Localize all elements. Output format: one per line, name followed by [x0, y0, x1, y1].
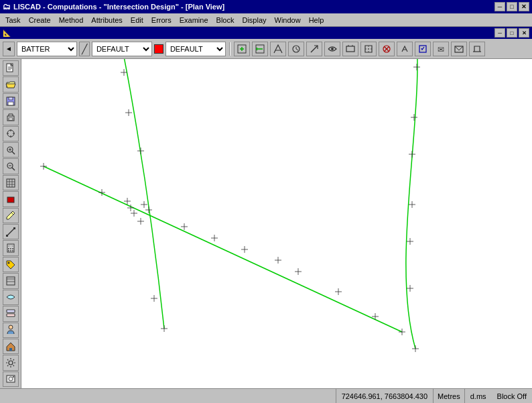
sidebar-btn-line[interactable] — [3, 224, 19, 239]
svg-rect-34 — [9, 348, 12, 351]
svg-rect-15 — [9, 118, 13, 120]
menu-window[interactable]: Window — [271, 15, 305, 25]
color-swatch[interactable] — [154, 44, 163, 54]
sidebar-btn-pattern[interactable] — [3, 273, 19, 288]
status-angle: d.ms — [465, 389, 492, 403]
svg-rect-12 — [9, 97, 13, 100]
default1-dropdown-wrap: DEFAULT — [92, 42, 152, 56]
svg-point-31 — [7, 262, 9, 264]
status-empty — [0, 389, 336, 403]
svg-point-26 — [10, 248, 11, 249]
title-bar-controls[interactable]: ─ □ ✕ — [494, 2, 529, 11]
svg-rect-21 — [6, 235, 8, 237]
toolbar-icon-7[interactable] — [342, 42, 358, 56]
sidebar-btn-unknown2[interactable] — [3, 306, 19, 321]
svg-rect-22 — [13, 227, 15, 229]
svg-point-29 — [10, 250, 11, 251]
svg-point-27 — [12, 248, 13, 249]
menu-block[interactable]: Block — [212, 15, 239, 25]
svg-point-33 — [9, 325, 13, 329]
toolbar-icon-8[interactable] — [360, 42, 377, 56]
batter-select[interactable]: BATTER — [17, 42, 77, 56]
inner-maximize-button[interactable]: □ — [507, 28, 517, 38]
main-layout — [0, 59, 532, 388]
default1-select[interactable]: DEFAULT — [92, 42, 152, 56]
sidebar-btn-zoom-out[interactable] — [3, 158, 19, 174]
sidebar-btn-print[interactable] — [3, 109, 19, 125]
toolbar-separator-1 — [229, 42, 230, 56]
canvas-area[interactable] — [21, 59, 532, 388]
status-units: Metres — [434, 389, 465, 403]
toolbar-icon-6[interactable] — [324, 42, 340, 56]
line-style-btn[interactable]: ╱ — [79, 42, 90, 56]
sidebar-btn-new[interactable] — [3, 60, 19, 76]
sidebar — [0, 59, 21, 388]
drawing-canvas[interactable] — [21, 59, 532, 388]
menu-help[interactable]: Help — [305, 15, 328, 25]
sidebar-btn-pencil[interactable] — [3, 208, 19, 223]
menu-edit[interactable]: Edit — [127, 15, 147, 25]
sidebar-btn-calculator[interactable] — [3, 240, 19, 255]
svg-point-4 — [331, 48, 334, 50]
toolbar-icon-11[interactable] — [415, 42, 431, 56]
toolbar-icon-4[interactable] — [288, 42, 304, 56]
sidebar-btn-open[interactable] — [3, 76, 19, 92]
close-button[interactable]: ✕ — [519, 2, 529, 11]
sidebar-btn-photo[interactable] — [3, 371, 19, 387]
toolbar-icon-10[interactable] — [397, 42, 413, 56]
svg-point-38 — [13, 376, 14, 378]
toolbar-icon-9[interactable] — [379, 42, 395, 56]
menu-attributes[interactable]: Attributes — [87, 15, 126, 25]
menu-method[interactable]: Method — [55, 15, 88, 25]
maximize-button[interactable]: □ — [507, 2, 517, 11]
svg-rect-32 — [7, 277, 15, 285]
svg-point-30 — [12, 250, 13, 251]
default2-dropdown-wrap: DEFAULT — [165, 42, 226, 56]
menu-bar: Task Create Method Attributes Edit Error… — [0, 13, 532, 27]
toolbar-icon-13[interactable] — [451, 42, 467, 56]
inner-title-left: 📐 — [3, 30, 11, 37]
toolbar-icon-5[interactable] — [306, 42, 322, 56]
menu-examine[interactable]: Examine — [176, 15, 212, 25]
svg-rect-5 — [346, 46, 354, 52]
toolbar-icon-12[interactable]: ✉ — [433, 42, 449, 56]
status-coordinates: 724646.961, 7663804.430 — [336, 389, 434, 403]
sidebar-btn-unknown1[interactable] — [3, 290, 19, 305]
menu-errors[interactable]: Errors — [147, 15, 176, 25]
menu-task[interactable]: Task — [1, 15, 25, 25]
minimize-button[interactable]: ─ — [494, 2, 505, 11]
toolbar-icon-3[interactable] — [270, 42, 286, 56]
title-bar: 🗂 LISCAD - Computations - "Intersection … — [0, 0, 532, 13]
inner-app-icon: 📐 — [3, 30, 11, 37]
default2-select[interactable]: DEFAULT — [165, 42, 226, 56]
toolbar: ◄ BATTER ╱ DEFAULT DEFAULT — [0, 39, 532, 59]
menu-create[interactable]: Create — [25, 15, 55, 25]
sidebar-btn-person[interactable] — [3, 323, 19, 338]
sidebar-btn-tag[interactable] — [3, 257, 19, 272]
sidebar-btn-save[interactable] — [3, 93, 19, 109]
svg-point-28 — [8, 250, 9, 251]
toolbar-left-arrow[interactable]: ◄ — [3, 42, 15, 56]
menu-display[interactable]: Display — [238, 15, 270, 25]
sidebar-btn-zoom-in[interactable] — [3, 142, 19, 158]
batter-dropdown-wrap: BATTER — [17, 42, 77, 56]
sidebar-btn-red-square[interactable] — [3, 191, 19, 207]
toolbar-icon-1[interactable] — [234, 42, 250, 56]
svg-rect-20 — [7, 197, 14, 203]
sidebar-btn-grid[interactable] — [3, 175, 19, 190]
svg-text:✉: ✉ — [438, 45, 444, 54]
toolbar-icon-2[interactable] — [252, 42, 268, 56]
toolbar-icon-14[interactable] — [469, 42, 485, 56]
sidebar-btn-settings[interactable] — [3, 355, 19, 370]
inner-title-controls[interactable]: ─ □ ✕ — [494, 28, 529, 38]
color-swatch-wrap — [154, 44, 163, 54]
app-icon: 🗂 — [3, 2, 11, 11]
svg-point-35 — [9, 361, 13, 365]
title-bar-left: 🗂 LISCAD - Computations - "Intersection … — [3, 2, 224, 11]
status-block-mode[interactable]: Block Off — [492, 389, 532, 403]
sidebar-btn-house[interactable] — [3, 339, 19, 354]
inner-minimize-button[interactable]: ─ — [494, 28, 505, 38]
sidebar-btn-crosshair[interactable] — [3, 126, 19, 141]
inner-close-button[interactable]: ✕ — [519, 28, 529, 38]
svg-point-25 — [8, 248, 9, 249]
